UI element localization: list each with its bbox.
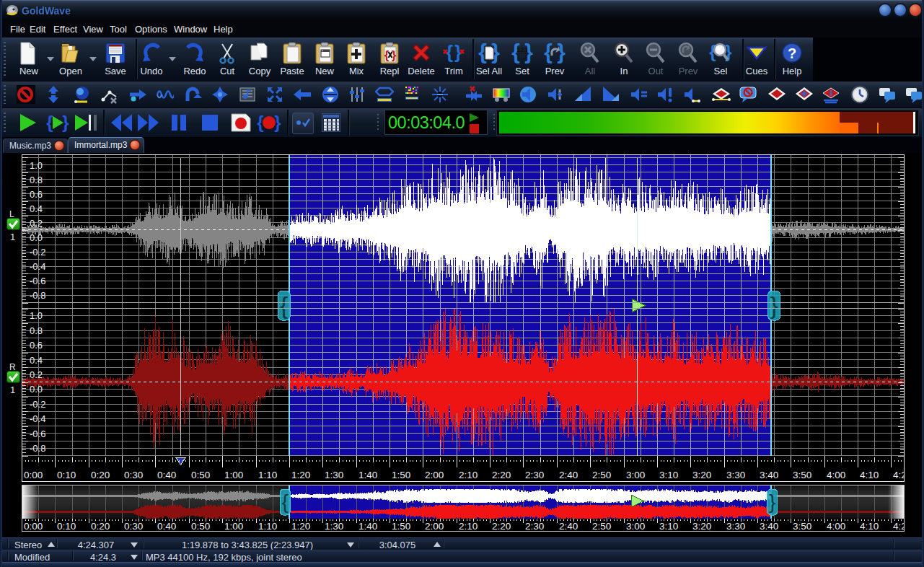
svg-text:0.4: 0.4 [30,355,43,366]
svg-text:}: } [557,41,566,63]
svg-text:-0.4: -0.4 [30,261,45,272]
svg-text:1:00: 1:00 [224,521,243,532]
svg-text:{: { [280,291,288,319]
svg-text:3:10: 3:10 [659,521,678,532]
svg-text:2:20: 2:20 [492,470,511,480]
svg-text:4:00: 4:00 [827,470,845,480]
svg-text:0:20: 0:20 [91,470,110,480]
svg-text:3:50: 3:50 [793,470,811,480]
svg-text:4:10: 4:10 [860,470,879,480]
svg-text:1.0: 1.0 [30,160,43,171]
svg-text:3:40: 3:40 [760,470,778,480]
svg-text:0.4: 0.4 [30,203,43,214]
svg-text:0.0: 0.0 [30,232,43,243]
svg-text:1:50: 1:50 [392,470,410,480]
svg-text:0:30: 0:30 [124,521,143,532]
svg-text:1:40: 1:40 [358,470,377,480]
svg-text:-0.2: -0.2 [30,247,45,258]
svg-text:0.8: 0.8 [30,325,43,336]
svg-text:3:40: 3:40 [760,521,778,532]
svg-text:-0.2: -0.2 [30,399,45,410]
svg-text:3:00: 3:00 [626,470,645,480]
svg-text:0.8: 0.8 [30,175,43,185]
svg-text:{: { [384,48,390,62]
svg-text:2:30: 2:30 [525,521,544,532]
svg-text:1:40: 1:40 [358,521,377,532]
svg-text:2:10: 2:10 [459,470,478,480]
svg-text:-0.6: -0.6 [30,428,45,439]
svg-text:-0.8: -0.8 [30,443,45,454]
svg-text:0.6: 0.6 [30,189,43,200]
svg-text:0:50: 0:50 [191,470,210,480]
svg-text:3:00: 3:00 [626,521,645,532]
svg-text:2:20: 2:20 [492,521,511,532]
svg-text:0:30: 0:30 [124,470,143,480]
svg-text:0:20: 0:20 [91,521,110,532]
svg-text:1:50: 1:50 [392,521,410,532]
svg-text:2:50: 2:50 [592,521,611,532]
svg-text:?: ? [788,45,796,61]
svg-text:{: { [282,491,289,513]
svg-text:2:00: 2:00 [425,521,444,532]
svg-text:3:50: 3:50 [793,521,811,532]
svg-text:3:30: 3:30 [726,470,745,480]
svg-text:2:30: 2:30 [525,470,544,480]
svg-text:0:50: 0:50 [191,521,210,532]
svg-text:3:20: 3:20 [692,521,711,532]
svg-text:0:10: 0:10 [57,470,76,480]
svg-text:1.0: 1.0 [30,310,43,321]
svg-text:-0.8: -0.8 [30,290,45,301]
svg-text:{: { [46,113,53,132]
svg-text:0:10: 0:10 [57,521,76,532]
svg-text:2:00: 2:00 [425,470,444,480]
svg-text:0:00: 0:00 [24,521,43,532]
svg-text:0:00: 0:00 [24,470,43,480]
svg-text:4:00: 4:00 [827,521,845,532]
svg-text:2:50: 2:50 [592,470,611,480]
svg-text:}: } [769,491,775,513]
svg-text:}: } [392,48,397,62]
svg-text:123: 123 [516,46,527,53]
svg-text:4:20: 4:20 [893,521,905,532]
svg-text:-0.4: -0.4 [30,413,45,424]
svg-text:1:10: 1:10 [258,521,277,532]
svg-text:0.2: 0.2 [30,369,43,380]
svg-text:1:00: 1:00 [224,470,243,480]
svg-text:2:40: 2:40 [559,521,578,532]
svg-text:1:10: 1:10 [258,470,277,480]
svg-text:1:20: 1:20 [291,521,310,532]
svg-text:2:10: 2:10 [459,521,478,532]
svg-text:1:20: 1:20 [291,470,310,480]
svg-text:1:30: 1:30 [325,470,343,480]
svg-text:0.0: 0.0 [30,384,43,395]
svg-text:-0.6: -0.6 [30,276,45,286]
svg-text:4:10: 4:10 [860,521,879,532]
svg-text:0.6: 0.6 [30,340,43,351]
svg-text:3:20: 3:20 [692,470,711,480]
svg-text:2:40: 2:40 [559,470,578,480]
svg-text:1:30: 1:30 [325,521,343,532]
svg-text:3:10: 3:10 [659,470,678,480]
svg-text:0.2: 0.2 [30,218,43,229]
svg-text:}: } [770,291,778,319]
svg-text:0:40: 0:40 [157,470,176,480]
svg-text:4:20: 4:20 [893,470,905,480]
svg-text:3:30: 3:30 [726,521,745,532]
svg-text:0:40: 0:40 [157,521,176,532]
